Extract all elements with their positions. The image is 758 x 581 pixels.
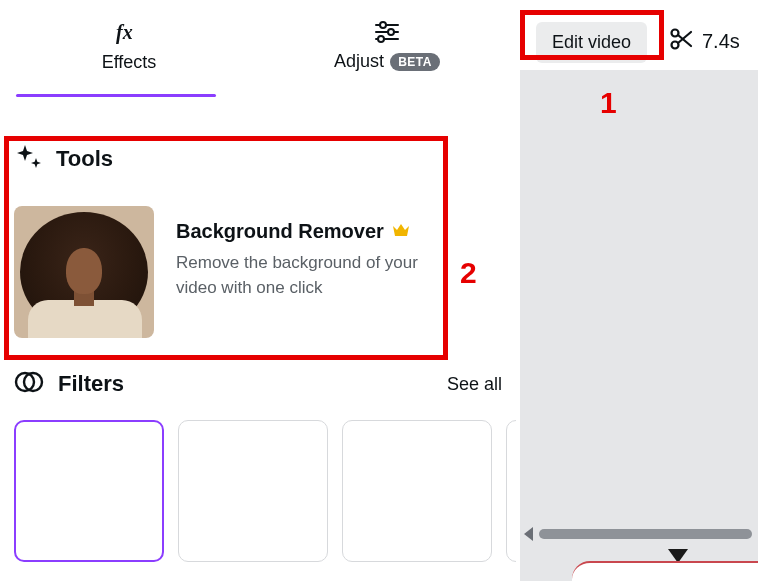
tools-header: Tools xyxy=(14,142,502,176)
filter-tile[interactable] xyxy=(342,420,492,562)
filters-section: Filters See all xyxy=(0,368,516,562)
svg-point-4 xyxy=(388,29,394,35)
canvas-area[interactable] xyxy=(520,70,758,581)
tab-adjust-label: Adjust xyxy=(334,51,384,72)
overlap-circles-icon xyxy=(14,368,44,400)
timeline-clip-edge[interactable] xyxy=(572,561,758,581)
crown-icon xyxy=(392,223,410,241)
scroll-track[interactable] xyxy=(539,529,752,539)
video-duration: 7.4s xyxy=(702,30,740,53)
portrait-illustration xyxy=(14,206,154,338)
filter-row xyxy=(14,420,502,562)
see-all-link[interactable]: See all xyxy=(447,374,502,395)
trim-group[interactable]: 7.4s xyxy=(668,26,740,56)
sparkle-icon xyxy=(14,142,44,176)
filters-title: Filters xyxy=(58,371,124,397)
tool-text: Background Remover Remove the background… xyxy=(176,206,456,300)
svg-point-6 xyxy=(378,36,384,42)
effects-tabs: fx Effects Adjust BETA xyxy=(0,0,516,94)
tool-desc: Remove the background of your video with… xyxy=(176,251,456,300)
svg-text:fx: fx xyxy=(116,21,133,44)
tab-adjust[interactable]: Adjust BETA xyxy=(258,0,516,93)
beta-badge: BETA xyxy=(390,53,440,71)
tools-title: Tools xyxy=(56,146,113,172)
effects-panel: fx Effects Adjust BETA xyxy=(0,0,516,581)
tool-title: Background Remover xyxy=(176,220,384,243)
canvas-horizontal-scrollbar[interactable] xyxy=(524,527,752,541)
tab-effects-label: Effects xyxy=(102,52,157,73)
editor-preview: Edit video 7.4s xyxy=(516,0,758,581)
scissors-icon xyxy=(668,26,694,56)
sliders-icon xyxy=(374,21,400,43)
tool-background-remover[interactable]: Background Remover Remove the background… xyxy=(14,206,502,338)
tab-active-indicator xyxy=(16,94,216,97)
tab-effects[interactable]: fx Effects xyxy=(0,0,258,93)
edit-video-button[interactable]: Edit video xyxy=(536,22,647,63)
fx-icon: fx xyxy=(116,20,142,44)
svg-point-2 xyxy=(380,22,386,28)
tool-thumbnail xyxy=(14,206,154,338)
tools-section: Tools Background Remover xyxy=(0,142,516,338)
filter-tile-none[interactable] xyxy=(14,420,164,562)
filter-tile[interactable] xyxy=(178,420,328,562)
scroll-left-arrow-icon[interactable] xyxy=(524,527,533,541)
filters-header: Filters See all xyxy=(14,368,502,400)
